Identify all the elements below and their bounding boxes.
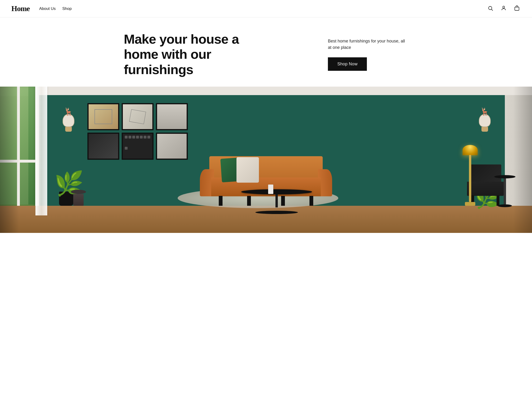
floor-lamp bbox=[463, 145, 478, 206]
frame-4 bbox=[87, 133, 119, 160]
hero-subtext: Best home furnishings for your house, al… bbox=[328, 38, 408, 51]
frame-3 bbox=[156, 103, 188, 130]
deer-antler-right: 🦌 bbox=[475, 108, 494, 115]
sofa-leg-1 bbox=[219, 196, 223, 206]
user-button[interactable] bbox=[500, 4, 507, 13]
nav-icons bbox=[487, 4, 521, 13]
lamp-shade bbox=[463, 145, 478, 155]
curtain bbox=[35, 87, 47, 215]
coffee-table-stem bbox=[276, 194, 278, 207]
frame-2 bbox=[122, 103, 153, 130]
deer-head-left: 🦌 bbox=[59, 108, 78, 132]
nav-links: About Us Shop bbox=[39, 6, 72, 11]
svg-point-2 bbox=[503, 6, 505, 8]
side-table-top bbox=[494, 175, 515, 178]
hero-image: 🦌 🦌 bbox=[0, 87, 532, 233]
deer-plaque-left bbox=[65, 127, 72, 132]
nav-link-shop[interactable]: Shop bbox=[62, 6, 72, 11]
stool-base bbox=[73, 194, 84, 206]
table-vase bbox=[268, 184, 273, 194]
stool-top bbox=[71, 190, 86, 194]
svg-line-1 bbox=[492, 9, 493, 11]
lamp-base bbox=[465, 202, 475, 206]
plant-leaves-left: 🌿 bbox=[54, 175, 78, 192]
coffee-table-base bbox=[255, 211, 298, 214]
brand-logo[interactable]: Home bbox=[11, 4, 30, 13]
svg-point-0 bbox=[489, 6, 492, 10]
hero-headline: Make your house a home with our furnishi… bbox=[124, 32, 266, 77]
deer-plaque-right bbox=[481, 127, 488, 132]
sofa-cushion-white bbox=[237, 157, 259, 183]
frame-5 bbox=[122, 133, 153, 160]
nav-item-about[interactable]: About Us bbox=[39, 6, 56, 11]
deer-mount-right bbox=[479, 114, 491, 127]
user-icon bbox=[501, 5, 506, 12]
deer-mount-left bbox=[63, 114, 74, 127]
frame-6 bbox=[156, 133, 188, 160]
hero-right: Best home furnishings for your house, al… bbox=[328, 38, 408, 71]
window-divider-h bbox=[0, 160, 39, 163]
coffee-table-top bbox=[241, 189, 312, 194]
coffee-table bbox=[241, 189, 312, 214]
shop-now-button[interactable]: Shop Now bbox=[328, 57, 367, 71]
side-table-right bbox=[494, 175, 515, 206]
gallery-wall bbox=[87, 103, 188, 160]
deer-antler-left: 🦌 bbox=[59, 108, 78, 115]
search-button[interactable] bbox=[487, 4, 494, 13]
cart-button[interactable] bbox=[513, 4, 521, 13]
side-table-stem bbox=[504, 178, 506, 204]
hero-section: Make your house a home with our furnishi… bbox=[113, 18, 419, 87]
cart-icon bbox=[514, 5, 520, 12]
ceiling bbox=[39, 87, 532, 95]
nav-link-about[interactable]: About Us bbox=[39, 6, 56, 11]
lamp-pole bbox=[469, 155, 471, 202]
nav-item-shop[interactable]: Shop bbox=[62, 6, 72, 11]
nav-left: Home About Us Shop bbox=[11, 4, 72, 13]
stool bbox=[71, 190, 86, 206]
search-icon bbox=[488, 5, 493, 12]
frame-1 bbox=[87, 103, 119, 130]
navbar: Home About Us Shop bbox=[0, 0, 532, 18]
deer-head-right: 🦌 bbox=[475, 108, 494, 132]
svg-rect-3 bbox=[515, 7, 519, 10]
